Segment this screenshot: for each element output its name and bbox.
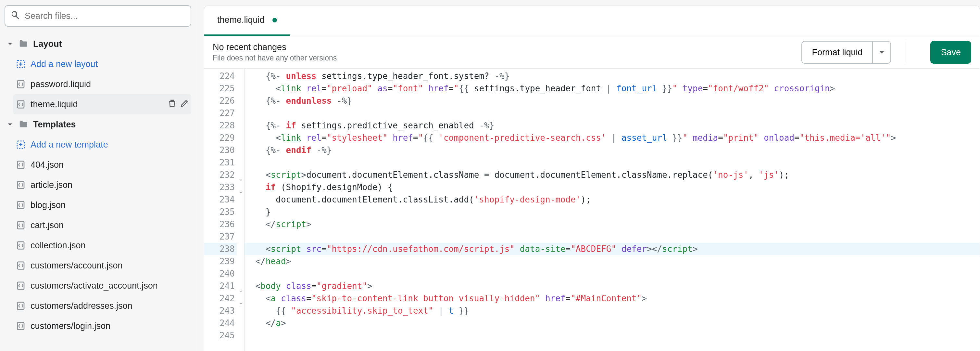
add-icon (15, 139, 27, 150)
code-line[interactable]: </script> (245, 218, 980, 230)
file-icon (15, 159, 27, 171)
file-icon (15, 199, 27, 211)
line-number: 233⌄ (204, 181, 237, 193)
line-number: 237 (204, 230, 237, 243)
file-icon (15, 78, 27, 90)
file-icon (15, 179, 27, 191)
code-line[interactable] (245, 107, 980, 119)
code-line[interactable]: document.documentElement.classList.add('… (245, 193, 980, 206)
save-button[interactable]: Save (930, 41, 971, 64)
file-label: customers/login.json (30, 321, 189, 331)
format-button-group: Format liquid (802, 41, 891, 64)
search-icon (10, 10, 20, 22)
add-layout-link[interactable]: Add a new layout (13, 54, 191, 74)
file-item[interactable]: customers/account.json (13, 255, 191, 276)
line-number: 228 (204, 119, 237, 132)
line-number: 244 (204, 317, 237, 329)
editor-main: theme.liquid No recent changes File does… (196, 0, 980, 351)
line-number: 231 (204, 156, 237, 169)
file-item-theme[interactable]: theme.liquid (13, 94, 191, 115)
section-templates[interactable]: Templates (5, 115, 191, 134)
line-number: 239 (204, 255, 237, 268)
code-line[interactable]: } (245, 206, 980, 218)
file-label: theme.liquid (30, 99, 163, 110)
file-label: article.json (30, 180, 189, 190)
line-number: 234 (204, 193, 237, 206)
file-sidebar: Layout Add a new layout password.liquid … (0, 0, 196, 351)
file-item[interactable]: article.json (13, 175, 191, 195)
fold-icon[interactable]: ⌄ (239, 284, 243, 296)
code-line[interactable]: <script>document.documentElement.classNa… (245, 169, 980, 181)
file-item[interactable]: collection.json (13, 235, 191, 255)
line-number: 227 (204, 107, 237, 119)
format-dropdown-button[interactable] (873, 41, 891, 64)
file-item-password[interactable]: password.liquid (13, 74, 191, 94)
file-label: customers/activate_account.json (30, 281, 189, 291)
code-line[interactable]: <link rel="stylesheet" href="{{ 'compone… (245, 132, 980, 144)
tab-bar: theme.liquid (204, 5, 980, 37)
line-number: 238 (204, 243, 237, 255)
code-line[interactable] (245, 230, 980, 243)
file-icon (15, 300, 27, 312)
search-box[interactable] (5, 5, 191, 27)
file-label: cart.json (30, 220, 189, 230)
edit-icon[interactable] (180, 99, 189, 110)
code-line[interactable]: </head> (245, 255, 980, 268)
code-line[interactable]: <a class="skip-to-content-link button vi… (245, 292, 980, 305)
line-number: 243 (204, 305, 237, 317)
file-icon (15, 280, 27, 292)
file-item[interactable]: cart.json (13, 215, 191, 235)
toolbar-divider (904, 41, 904, 64)
file-icon (15, 99, 27, 110)
code-line[interactable]: {{ "accessibility.skip_to_text" | t }} (245, 305, 980, 317)
fold-icon[interactable]: ⌄ (239, 185, 243, 197)
file-label: blog.json (30, 200, 189, 210)
section-layout[interactable]: Layout (5, 34, 191, 54)
line-number: 242⌄ (204, 292, 237, 305)
code-column[interactable]: {%- unless settings.type_header_font.sys… (244, 69, 980, 351)
line-number: 241⌄ (204, 280, 237, 292)
folder-icon (18, 38, 29, 50)
status-title: No recent changes (213, 42, 337, 52)
status-block: No recent changes File does not have any… (213, 42, 337, 62)
code-line[interactable]: <script src="https://cdn.usefathom.com/s… (245, 243, 980, 255)
file-item[interactable]: blog.json (13, 195, 191, 215)
fold-icon[interactable]: ⌄ (239, 296, 243, 308)
format-liquid-button[interactable]: Format liquid (802, 41, 873, 64)
line-number: 229 (204, 132, 237, 144)
line-number: 236 (204, 218, 237, 230)
code-line[interactable] (245, 329, 980, 341)
line-number: 224 (204, 70, 237, 82)
delete-icon[interactable] (167, 99, 177, 110)
add-template-label: Add a new template (30, 140, 189, 150)
code-editor[interactable]: 224225226227228229230231232⌄233⌄23423523… (204, 69, 980, 351)
fold-icon[interactable]: ⌄ (239, 172, 243, 185)
code-line[interactable]: {%- if settings.predictive_search_enable… (245, 119, 980, 132)
code-line[interactable]: <link rel="preload" as="font" href="{{ s… (245, 82, 980, 94)
code-line[interactable]: {%- endif -%} (245, 144, 980, 156)
code-line[interactable]: {%- endunless -%} (245, 94, 980, 107)
line-number: 235 (204, 206, 237, 218)
add-template-link[interactable]: Add a new template (13, 134, 191, 155)
file-label: 404.json (30, 160, 189, 170)
tab-theme-liquid[interactable]: theme.liquid (204, 6, 290, 36)
code-line[interactable] (245, 156, 980, 169)
file-label: collection.json (30, 241, 189, 250)
code-line[interactable]: <body class="gradient"> (245, 280, 980, 292)
file-item[interactable]: customers/login.json (13, 316, 191, 336)
file-item[interactable]: customers/activate_account.json (13, 276, 191, 296)
code-line[interactable] (245, 268, 980, 280)
line-number: 245 (204, 329, 237, 341)
dirty-indicator-icon (272, 18, 277, 22)
search-input[interactable] (25, 11, 185, 21)
file-label: customers/account.json (30, 261, 189, 271)
code-line[interactable]: </a> (245, 317, 980, 329)
section-label: Layout (33, 39, 189, 49)
code-line[interactable]: if (Shopify.designMode) { (245, 181, 980, 193)
code-line[interactable]: {%- unless settings.type_header_font.sys… (245, 70, 980, 82)
chevron-down-icon (879, 48, 885, 57)
file-item[interactable]: 404.json (13, 155, 191, 175)
file-label: customers/addresses.json (30, 301, 189, 311)
file-item[interactable]: customers/addresses.json (13, 296, 191, 316)
chevron-down-icon (6, 122, 14, 127)
